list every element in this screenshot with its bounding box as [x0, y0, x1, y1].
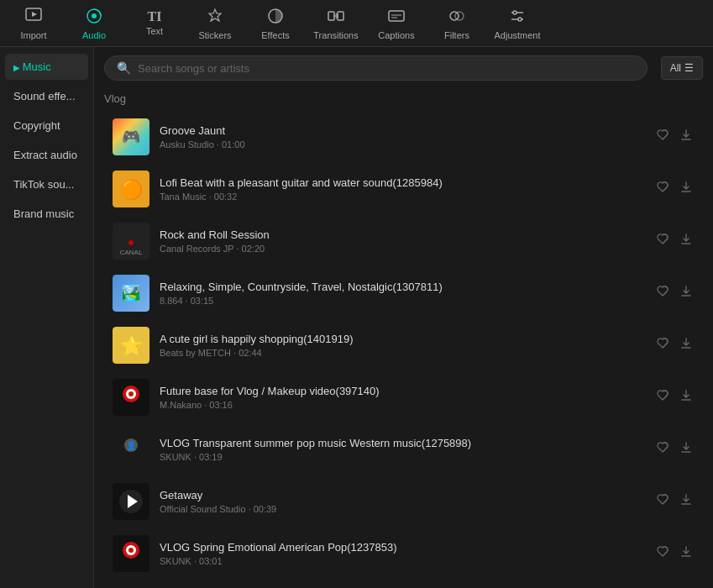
- download-button[interactable]: [678, 543, 695, 564]
- song-actions: [654, 179, 695, 199]
- favorite-button[interactable]: [654, 387, 671, 407]
- svg-text:🏞️: 🏞️: [122, 284, 141, 302]
- song-title: VLOG Transparent summer pop music Wester…: [160, 437, 644, 449]
- favorite-button[interactable]: [654, 335, 671, 355]
- sidebar-item-tiktok-sounds[interactable]: TikTok sou...: [5, 171, 88, 197]
- svg-rect-6: [338, 12, 343, 20]
- favorite-button[interactable]: [654, 491, 671, 512]
- toolbar-filters[interactable]: Filters: [427, 3, 487, 45]
- song-meta: 8.864 · 03:15: [160, 296, 644, 306]
- sidebar-item-brand-music[interactable]: Brand music: [5, 201, 88, 227]
- list-item[interactable]: ⭐ A cute girl is happily shopping(140191…: [104, 320, 703, 370]
- list-item[interactable]: 👤 VLOG Transparent summer pop music West…: [104, 424, 703, 475]
- svg-point-3: [92, 13, 97, 18]
- download-button[interactable]: [678, 283, 695, 303]
- toolbar-import[interactable]: Import: [3, 3, 64, 45]
- captions-icon: [387, 7, 406, 28]
- song-info: VLOG Spring Emotional American Pop(12378…: [160, 541, 644, 566]
- toolbar-captions-label: Captions: [378, 30, 414, 40]
- song-title: Lofi Beat with a pleasant guitar and wat…: [160, 176, 644, 189]
- download-button[interactable]: [678, 127, 695, 147]
- song-info: Relaxing, Simple, Countryside, Travel, N…: [160, 281, 644, 306]
- toolbar-effects[interactable]: Effects: [245, 3, 306, 45]
- song-meta: Tana Music · 00:32: [160, 192, 644, 202]
- song-thumbnail: 👤: [113, 431, 149, 468]
- svg-rect-5: [328, 12, 334, 20]
- svg-text:👤: 👤: [126, 440, 137, 451]
- favorite-button[interactable]: [654, 179, 671, 199]
- toolbar-stickers[interactable]: Stickers: [185, 3, 245, 45]
- song-actions: [654, 127, 695, 147]
- song-title: Getaway: [160, 489, 644, 501]
- list-item[interactable]: Future base for Vlog / Makeup video(3971…: [104, 372, 703, 423]
- list-item[interactable]: 🟠 Lofi Beat with a pleasant guitar and w…: [104, 164, 703, 214]
- content-area: 🔍 All ☰ Vlog 🎮 Groove Jaunt Ausku Studio…: [94, 47, 713, 588]
- toolbar-captions[interactable]: Captions: [366, 3, 427, 45]
- song-actions: [654, 491, 695, 512]
- search-input[interactable]: [138, 62, 635, 75]
- song-meta: Canal Records JP · 02:20: [160, 244, 644, 254]
- sidebar-item-sound-effects[interactable]: Sound effe...: [5, 83, 88, 109]
- list-item[interactable]: Getaway Official Sound Studio · 00:39: [104, 476, 703, 527]
- song-title: Rock and Roll Session: [160, 228, 644, 241]
- svg-text:⭐: ⭐: [120, 334, 144, 357]
- favorite-button[interactable]: [654, 543, 671, 564]
- download-button[interactable]: [678, 231, 695, 251]
- download-button[interactable]: [678, 179, 695, 199]
- song-list: 🎮 Groove Jaunt Ausku Studio · 01:00 🟠: [104, 112, 703, 580]
- list-item[interactable]: ●CANAL Rock and Roll Session Canal Recor…: [104, 216, 703, 266]
- download-button[interactable]: [678, 439, 695, 459]
- adjustment-icon: [508, 7, 527, 28]
- song-meta: M.Nakano · 03:16: [160, 400, 644, 410]
- list-item[interactable]: VLOG Spring Emotional American Pop(12378…: [104, 528, 703, 579]
- toolbar-import-label: Import: [20, 30, 46, 40]
- song-meta: SKUNK · 03:01: [160, 556, 644, 566]
- download-button[interactable]: [678, 387, 695, 407]
- list-item[interactable]: 🏞️ Relaxing, Simple, Countryside, Travel…: [104, 268, 703, 318]
- song-thumbnail: [113, 379, 149, 416]
- song-thumbnail: [113, 483, 149, 520]
- favorite-button[interactable]: [654, 231, 671, 251]
- song-actions: [654, 543, 695, 564]
- svg-point-13: [513, 11, 516, 14]
- svg-text:🟠: 🟠: [120, 178, 144, 201]
- toolbar-effects-label: Effects: [261, 30, 289, 40]
- download-button[interactable]: [678, 335, 695, 355]
- stickers-icon: [206, 7, 224, 28]
- toolbar-text[interactable]: TI Text: [124, 3, 185, 45]
- song-actions: [654, 283, 695, 303]
- text-icon: TI: [148, 10, 162, 24]
- song-meta: SKUNK · 03:19: [160, 452, 644, 462]
- song-info: Future base for Vlog / Makeup video(3971…: [160, 385, 644, 410]
- toolbar-audio-label: Audio: [82, 30, 106, 40]
- svg-point-11: [455, 12, 464, 20]
- song-info: Rock and Roll Session Canal Records JP ·…: [160, 228, 644, 254]
- toolbar-adjustment[interactable]: Adjustment: [487, 3, 548, 45]
- favorite-button[interactable]: [654, 439, 671, 459]
- main-area: Music Sound effe... Copyright Extract au…: [0, 47, 713, 588]
- song-meta: Ausku Studio · 01:00: [160, 139, 644, 150]
- filters-icon: [448, 7, 466, 28]
- sidebar-item-copyright[interactable]: Copyright: [5, 113, 88, 139]
- list-item[interactable]: 🎮 Groove Jaunt Ausku Studio · 01:00: [104, 112, 703, 162]
- song-thumbnail: ●CANAL: [113, 223, 149, 260]
- download-button[interactable]: [678, 491, 695, 512]
- song-info: A cute girl is happily shopping(1401919)…: [160, 333, 644, 358]
- toolbar-audio[interactable]: Audio: [64, 3, 124, 45]
- toolbar-transitions[interactable]: Transitions: [306, 3, 366, 45]
- svg-point-30: [128, 391, 134, 396]
- song-title: Groove Jaunt: [160, 124, 644, 137]
- song-actions: [654, 231, 695, 251]
- all-filter-button[interactable]: All ☰: [661, 56, 703, 80]
- song-title: VLOG Spring Emotional American Pop(12378…: [160, 541, 644, 554]
- song-thumbnail: 🏞️: [113, 275, 149, 312]
- sidebar-item-extract-audio[interactable]: Extract audio: [5, 142, 88, 168]
- song-title: Future base for Vlog / Makeup video(3971…: [160, 385, 644, 397]
- favorite-button[interactable]: [654, 127, 671, 147]
- song-actions: [654, 335, 695, 355]
- filter-icon: ☰: [684, 62, 694, 74]
- favorite-button[interactable]: [654, 283, 671, 303]
- sidebar-item-music[interactable]: Music: [5, 54, 88, 80]
- sidebar: Music Sound effe... Copyright Extract au…: [0, 47, 94, 588]
- search-row: 🔍 All ☰: [104, 55, 703, 81]
